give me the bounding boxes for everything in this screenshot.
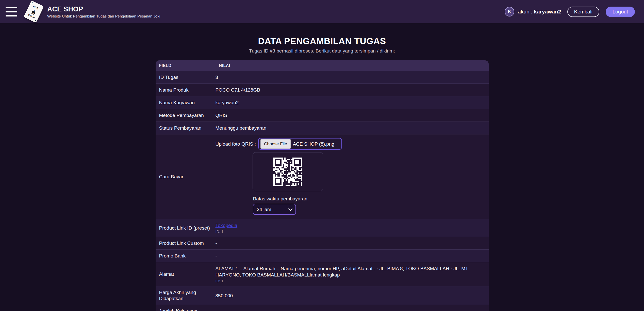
page-subtitle: Tugas ID #3 berhasil diproses. Berikut d…: [0, 48, 644, 54]
column-header-field: FIELD: [156, 60, 216, 71]
product-link[interactable]: Tokopedia: [216, 223, 238, 228]
qris-file-input[interactable]: Choose FileACE SHOP (8).png: [258, 138, 342, 150]
ace-card-logo: ♠ ACE ♠ SHOP ♠: [24, 1, 44, 23]
table-row: Product Link ID (preset)TokopediaID: 1: [156, 219, 489, 237]
page-title: DATA PENGAMBILAN TUGAS: [0, 37, 644, 45]
qris-preview-box: [253, 152, 323, 191]
payment-deadline-label: Batas waktu pembayaran:: [253, 196, 483, 202]
data-table: FIELD NILAI ID Tugas3Nama ProdukPOCO C71…: [156, 60, 489, 311]
table-row: Product Link Custom-: [156, 237, 489, 249]
logout-button[interactable]: Logout: [606, 7, 635, 17]
table-row: Promo Bank-: [156, 249, 489, 262]
value-cell: QRIS: [216, 109, 489, 122]
table-header-row: FIELD NILAI: [156, 60, 489, 71]
upload-qris-label: Upload foto QRIS :: [216, 141, 256, 147]
row-value: ALAMAT 1 – Alamat Rumah – Nama penerima,…: [216, 265, 483, 278]
avatar: K: [505, 7, 514, 16]
value-cell: Menunggu pembayaran: [216, 122, 489, 134]
table-row: Metode PembayaranQRIS: [156, 109, 489, 122]
payment-deadline-select-wrap: 24 jam: [253, 204, 296, 215]
choose-file-button[interactable]: Choose File: [260, 139, 291, 149]
field-label: Alamat: [156, 268, 216, 280]
row-sub-id: ID: 1: [216, 279, 483, 283]
value-cell: Upload foto QRIS :Choose FileACE SHOP (8…: [216, 134, 489, 219]
row-sub-id: ID: 1: [216, 229, 483, 234]
file-name-text: ACE SHOP (8).png: [293, 141, 334, 147]
table-row: Harga Akhir yang Didapatkan850.000: [156, 286, 489, 305]
field-label: Status Pembayaran: [156, 122, 216, 134]
payment-deadline-select[interactable]: 24 jam: [253, 204, 296, 215]
table-row: Status PembayaranMenunggu pembayaran: [156, 122, 489, 134]
table-body: ID Tugas3Nama ProdukPOCO C71 4/128GBNama…: [156, 71, 489, 311]
value-cell: -: [216, 237, 489, 249]
table-row: AlamatALAMAT 1 – Alamat Rumah – Nama pen…: [156, 262, 489, 286]
field-label: Jumlah Koin yang Dipakai: [156, 305, 216, 311]
account-username: karyawan2: [534, 9, 561, 14]
value-cell: karyawan2: [216, 96, 489, 109]
kembali-button[interactable]: Kembali: [567, 7, 599, 17]
row-value: 850.000: [216, 292, 483, 299]
field-label: Nama Produk: [156, 84, 216, 96]
row-value: -: [216, 240, 483, 246]
field-label: Product Link ID (preset): [156, 222, 216, 234]
value-cell: -: [216, 250, 489, 262]
value-cell: 10.000: [216, 308, 489, 311]
brand-subtitle: Website Untuk Pengambilan Tugas dan Peng…: [47, 14, 160, 18]
field-label: Cara Bayar: [156, 171, 216, 183]
value-cell: 850.000: [216, 289, 489, 302]
qris-qr-image: [273, 158, 302, 186]
field-label: Harga Akhir yang Didapatkan: [156, 286, 216, 305]
main-content: DATA PENGAMBILAN TUGAS Tugas ID #3 berha…: [0, 37, 644, 311]
spade-pip-icon: ♠: [34, 19, 36, 22]
payment-section: Upload foto QRIS :Choose FileACE SHOP (8…: [216, 137, 483, 216]
value-cell: 3: [216, 71, 489, 83]
brand-title: ACE SHOP: [47, 5, 160, 13]
field-label: Promo Bank: [156, 250, 216, 262]
spade-pip-icon: ♠: [31, 1, 34, 4]
brand-block: ACE SHOP Website Untuk Pengambilan Tugas…: [47, 5, 160, 18]
header-account-area: K akun : karyawan2 Kembali Logout: [505, 7, 635, 17]
table-row: Jumlah Koin yang Dipakai10.000: [156, 305, 489, 311]
table-row: Cara BayarUpload foto QRIS :Choose FileA…: [156, 134, 489, 219]
row-value: -: [216, 253, 483, 259]
field-label: Product Link Custom: [156, 237, 216, 249]
table-row: ID Tugas3: [156, 71, 489, 83]
hamburger-menu-icon[interactable]: [6, 7, 17, 16]
value-cell: ALAMAT 1 – Alamat Rumah – Nama penerima,…: [216, 262, 489, 286]
field-label: Metode Pembayaran: [156, 109, 216, 122]
table-row: Nama Karyawankaryawan2: [156, 96, 489, 109]
table-row: Nama ProdukPOCO C71 4/128GB: [156, 83, 489, 96]
field-label: Nama Karyawan: [156, 97, 216, 109]
account-label: akun : karyawan2: [518, 9, 561, 15]
value-cell: TokopediaID: 1: [216, 219, 489, 237]
row-value: 3: [216, 74, 483, 80]
row-value: Menunggu pembayaran: [216, 125, 483, 131]
row-value: POCO C71 4/128GB: [216, 87, 483, 93]
row-value: karyawan2: [216, 99, 483, 106]
column-header-nilai: NILAI: [216, 60, 231, 71]
field-label: ID Tugas: [156, 71, 216, 83]
value-cell: POCO C71 4/128GB: [216, 84, 489, 96]
row-value: QRIS: [216, 112, 483, 118]
top-header: ♠ ACE ♠ SHOP ♠ ACE SHOP Website Untuk Pe…: [0, 0, 644, 23]
